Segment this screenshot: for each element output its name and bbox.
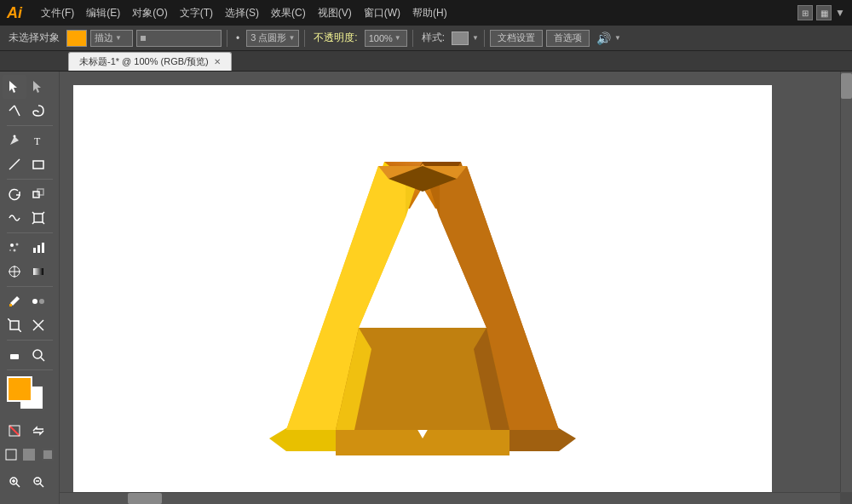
arrow-icon[interactable]: ▼	[835, 7, 845, 19]
tool-row-10	[3, 313, 57, 337]
graph-tool[interactable]	[26, 236, 50, 260]
separator-4	[484, 30, 485, 47]
doc-setup-button[interactable]: 文档设置	[490, 30, 543, 47]
tool-row-11	[3, 343, 57, 367]
menu-help[interactable]: 帮助(H)	[407, 4, 452, 22]
speaker-icon[interactable]: 🔊	[596, 32, 611, 45]
point-prefix: •	[233, 32, 243, 44]
svg-point-18	[9, 249, 11, 251]
svg-point-35	[33, 350, 42, 358]
foreground-color-swatch[interactable]	[7, 376, 32, 402]
menu-bar: 文件(F) 编辑(E) 对象(O) 文字(T) 选择(S) 效果(C) 视图(V…	[36, 4, 452, 22]
document-tab[interactable]: 未标题-1* @ 100% (RGB/预览) ✕	[68, 52, 232, 71]
stroke-dropdown[interactable]: 描边 ▼	[90, 30, 133, 47]
line-tool[interactable]	[3, 152, 26, 176]
scrollbar-corner	[840, 492, 852, 504]
tool-divider-2	[7, 179, 53, 180]
menu-type[interactable]: 文字(T)	[175, 4, 218, 22]
zoom-in-button[interactable]	[3, 470, 26, 494]
warp-tool[interactable]	[3, 206, 26, 230]
extra-tools	[3, 419, 57, 467]
stroke-label: 描边	[95, 32, 113, 44]
swap-colors-button[interactable]	[26, 419, 50, 443]
svg-rect-42	[43, 450, 52, 459]
screen-mode-normal[interactable]	[3, 443, 20, 467]
eyedropper-tool[interactable]	[3, 289, 26, 313]
svg-rect-29	[10, 321, 19, 329]
tool-row-5	[3, 182, 57, 206]
svg-point-17	[13, 249, 15, 252]
tab-close-button[interactable]: ✕	[214, 57, 221, 66]
tool-row-view	[3, 470, 57, 494]
layout-icon[interactable]: ▦	[816, 5, 832, 20]
menu-view[interactable]: 视图(V)	[313, 4, 357, 22]
svg-line-2	[14, 106, 20, 116]
fill-swatch[interactable]	[66, 30, 87, 47]
magic-wand-tool[interactable]	[3, 99, 26, 123]
tool-row-9	[3, 289, 57, 313]
scrollbar-thumb-v[interactable]	[841, 73, 852, 99]
fill-none-button[interactable]	[3, 419, 26, 443]
color-section	[7, 376, 53, 414]
opacity-dropdown[interactable]: 100% ▼	[365, 30, 407, 47]
style-box[interactable]	[452, 32, 469, 45]
eraser-tool[interactable]	[3, 343, 26, 367]
artwork-penrose-triangle[interactable]	[244, 119, 602, 477]
tab-title: 未标题-1* @ 100% (RGB/预览)	[79, 55, 209, 68]
opacity-label: 不透明度:	[310, 31, 360, 45]
horizontal-scrollbar[interactable]	[60, 492, 840, 504]
speaker-arrow[interactable]: ▼	[614, 34, 621, 42]
screen-mode-full2[interactable]	[38, 443, 56, 467]
brush-dropdown[interactable]: 3 点圆形 ▼	[246, 30, 299, 47]
lasso-tool[interactable]	[26, 99, 50, 123]
menu-effect[interactable]: 效果(C)	[266, 4, 311, 22]
svg-marker-0	[9, 81, 17, 93]
menu-file[interactable]: 文件(F)	[36, 4, 79, 22]
direct-select-tool[interactable]	[26, 75, 50, 99]
mesh-tool[interactable]	[3, 260, 26, 284]
scale-tool[interactable]	[26, 182, 50, 206]
tab-bar: 未标题-1* @ 100% (RGB/预览) ✕	[0, 51, 852, 72]
opacity-arrow: ▼	[394, 34, 401, 42]
rectangle-tool[interactable]	[26, 152, 50, 176]
stroke-input[interactable]	[136, 30, 222, 47]
selection-tool[interactable]	[3, 75, 26, 99]
svg-rect-10	[34, 214, 43, 222]
stroke-arrow: ▼	[115, 34, 122, 42]
menu-edit[interactable]: 编辑(E)	[81, 4, 125, 22]
free-transform-tool[interactable]	[26, 206, 50, 230]
symbol-tool[interactable]	[3, 236, 26, 260]
scrollbar-thumb-h[interactable]	[128, 493, 162, 504]
svg-rect-19	[33, 248, 36, 253]
svg-line-44	[16, 484, 20, 487]
style-arrow[interactable]: ▼	[472, 34, 479, 42]
tool-row-4	[3, 152, 57, 176]
zoom-tool[interactable]	[26, 343, 50, 367]
tool-row-extra	[3, 419, 57, 443]
svg-text:T: T	[34, 135, 41, 147]
pen-tool[interactable]	[3, 129, 26, 152]
no-selection-label: 未选择对象	[5, 31, 63, 45]
svg-rect-34	[10, 354, 19, 359]
prefs-button[interactable]: 首选项	[546, 30, 590, 47]
svg-line-14	[43, 222, 44, 224]
zoom-out-button[interactable]	[26, 470, 50, 494]
svg-rect-40	[23, 449, 35, 461]
screen-mode-full1[interactable]	[20, 443, 38, 467]
rotate-tool[interactable]	[3, 182, 26, 206]
slice-tool[interactable]	[26, 313, 50, 337]
svg-line-31	[19, 329, 21, 332]
vertical-scrollbar[interactable]	[840, 72, 852, 492]
arrange-icon[interactable]: ⊞	[797, 5, 813, 20]
crop-tool[interactable]	[3, 313, 26, 337]
menu-select[interactable]: 选择(S)	[220, 4, 264, 22]
svg-rect-39	[6, 450, 16, 460]
blend-tool[interactable]	[26, 289, 50, 313]
type-tool[interactable]: T	[26, 129, 50, 152]
gradient-tool[interactable]	[26, 260, 50, 284]
opacity-value: 100%	[369, 33, 393, 43]
main-area: T	[0, 72, 852, 504]
menu-window[interactable]: 窗口(W)	[359, 4, 406, 22]
menu-object[interactable]: 对象(O)	[127, 4, 172, 22]
svg-point-15	[10, 243, 14, 247]
